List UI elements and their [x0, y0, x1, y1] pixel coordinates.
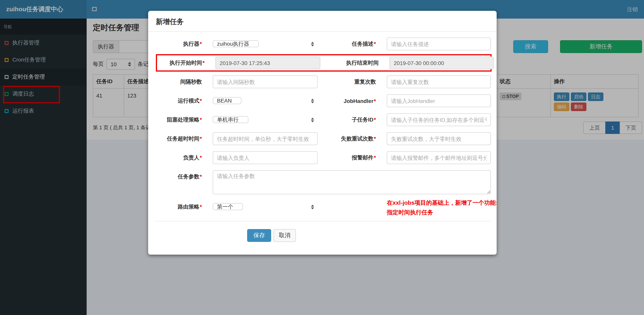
cancel-button[interactable]: 取消	[274, 229, 296, 242]
route-strategy-select[interactable]: 第一个	[213, 203, 243, 210]
modal-footer: 保存 取消	[154, 221, 491, 242]
run-mode-select-value: BEAN	[217, 98, 232, 104]
block-strategy-select-value: 单机串行	[217, 117, 239, 123]
owner-input[interactable]	[213, 151, 318, 164]
owner-label: 负责人	[154, 154, 213, 161]
interval-input[interactable]	[213, 76, 318, 88]
start-time-input[interactable]	[216, 57, 320, 69]
jobhandler-label: JobHandler	[318, 98, 387, 104]
app-window: zuihou任务调度中心 注销 导航 执行器管理 Cron任务管理 定时任务管理…	[0, 0, 644, 315]
jobhandler-input[interactable]	[387, 94, 491, 107]
task-param-label: 任务参数	[154, 173, 213, 180]
alarm-email-label: 报警邮件	[318, 154, 387, 161]
end-time-label: 执行结束时间	[320, 59, 390, 66]
select-stepper-icon	[311, 117, 314, 122]
feature-note-line2: 指定时间执行任务	[387, 207, 497, 217]
retry-count-input[interactable]	[387, 132, 491, 145]
feature-note-line1: 在xxl-jobs项目的基础上，新增了一个功能:	[387, 198, 497, 207]
child-task-id-input[interactable]	[387, 113, 491, 126]
modal-header: 新增任务	[148, 11, 497, 32]
end-time-input[interactable]	[390, 57, 494, 69]
modal-title: 新增任务	[156, 18, 184, 26]
alarm-email-input[interactable]	[387, 151, 491, 164]
select-stepper-icon	[311, 99, 314, 103]
repeat-count-input[interactable]	[387, 76, 491, 88]
timeout-input[interactable]	[213, 132, 318, 145]
annotation-highlight-datetime-row: 执行开始时间 执行结束时间	[156, 54, 492, 72]
timeout-label: 任务超时时间	[154, 135, 213, 142]
run-mode-select[interactable]: BEAN	[213, 97, 241, 104]
interval-label: 间隔秒数	[154, 78, 213, 85]
route-strategy-label: 路由策略	[154, 203, 213, 210]
executor-select-value: zuihou执行器	[217, 41, 249, 47]
repeat-count-label: 重复次数	[318, 78, 387, 85]
task-param-textarea[interactable]	[213, 170, 491, 194]
modal-body: 执行器 zuihou执行器 任务描述 执行开始时间 执行结束时间	[148, 32, 497, 242]
task-desc-label: 任务描述	[318, 41, 387, 47]
block-strategy-select[interactable]: 单机串行	[213, 116, 248, 123]
child-task-id-label: 子任务ID	[318, 116, 387, 123]
block-strategy-label: 阻塞处理策略	[154, 116, 213, 123]
start-time-label: 执行开始时间	[157, 59, 216, 66]
add-task-modal: 新增任务 执行器 zuihou执行器 任务描述 执行开始时间	[148, 11, 497, 255]
select-stepper-icon	[311, 42, 314, 46]
task-desc-input[interactable]	[387, 38, 491, 50]
select-stepper-icon	[311, 204, 314, 209]
retry-count-label: 失败重试次数	[318, 135, 387, 142]
route-strategy-select-value: 第一个	[217, 204, 233, 210]
executor-select[interactable]: zuihou执行器	[213, 40, 259, 47]
save-button[interactable]: 保存	[247, 229, 271, 242]
feature-note: 在xxl-jobs项目的基础上，新增了一个功能: 指定时间执行任务	[387, 198, 497, 217]
executor-label: 执行器	[154, 41, 213, 47]
run-mode-label: 运行模式	[154, 97, 213, 104]
